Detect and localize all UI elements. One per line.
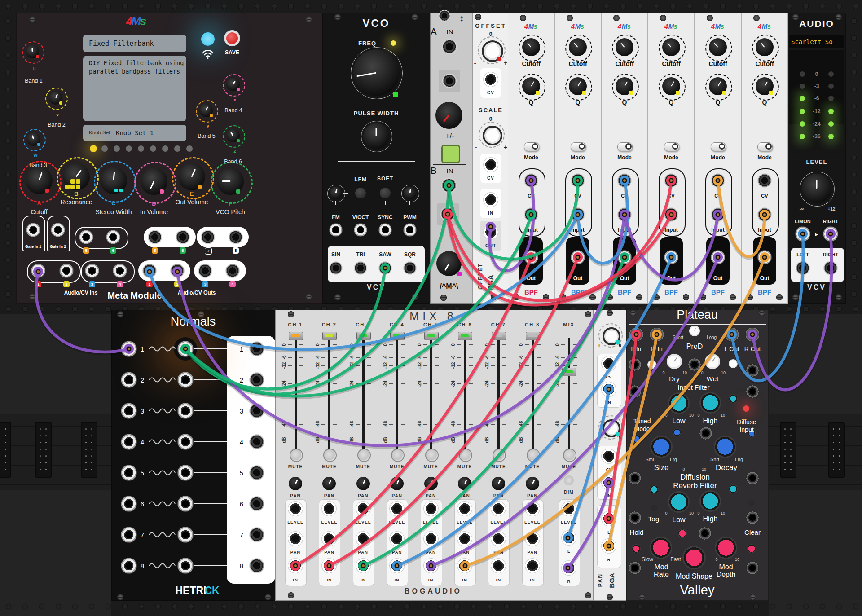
jack[interactable] bbox=[746, 561, 759, 575]
bpf-cv-input[interactable] bbox=[711, 173, 725, 188]
reverb-low-cv-knob[interactable] bbox=[650, 485, 659, 494]
pan-output-right[interactable] bbox=[601, 538, 616, 554]
jack[interactable] bbox=[79, 230, 93, 244]
normals-input-6[interactable] bbox=[121, 496, 137, 512]
jack[interactable] bbox=[628, 471, 642, 485]
audio-output-left[interactable] bbox=[796, 261, 810, 275]
lfm-button[interactable] bbox=[355, 188, 366, 198]
jack[interactable] bbox=[628, 561, 642, 575]
normals-output-3[interactable] bbox=[249, 403, 264, 418]
normals-input-4[interactable] bbox=[121, 434, 137, 450]
jack[interactable] bbox=[699, 427, 712, 440]
normals-input-7[interactable] bbox=[121, 527, 137, 543]
jack[interactable] bbox=[628, 358, 642, 371]
mod-rate-knob[interactable] bbox=[650, 537, 672, 559]
jack[interactable] bbox=[176, 230, 190, 244]
jack[interactable] bbox=[148, 230, 162, 244]
mode-switch[interactable] bbox=[711, 142, 726, 151]
channel-input[interactable] bbox=[356, 558, 371, 573]
soft-button[interactable] bbox=[380, 188, 391, 198]
fader-handle[interactable] bbox=[356, 332, 371, 340]
jack[interactable] bbox=[225, 264, 240, 278]
jack[interactable] bbox=[628, 385, 642, 398]
jack[interactable] bbox=[746, 385, 759, 398]
normals-source-3[interactable] bbox=[177, 403, 194, 419]
normals-source-4[interactable] bbox=[177, 434, 194, 450]
bpf-signal-input[interactable] bbox=[571, 207, 585, 222]
jack[interactable] bbox=[201, 230, 215, 244]
mode-switch[interactable] bbox=[664, 142, 679, 151]
reverb-high-cv-knob[interactable] bbox=[729, 484, 738, 493]
bpf-output[interactable] bbox=[571, 250, 585, 264]
jack[interactable] bbox=[698, 527, 712, 540]
pan-cv-input[interactable] bbox=[356, 531, 371, 546]
pan-cv-input[interactable] bbox=[423, 531, 439, 546]
pan-knob[interactable] bbox=[526, 477, 539, 490]
normals-source-5[interactable] bbox=[177, 465, 194, 481]
jack[interactable] bbox=[198, 264, 212, 278]
filter-cv-knob[interactable] bbox=[729, 394, 738, 403]
audio-output-right[interactable] bbox=[823, 261, 838, 275]
mix-output-right[interactable] bbox=[561, 560, 576, 576]
tog-button[interactable] bbox=[651, 505, 657, 511]
bpf-output[interactable] bbox=[524, 250, 538, 264]
normals-output-6[interactable] bbox=[249, 496, 264, 511]
pan-2-input[interactable] bbox=[601, 475, 616, 490]
normals-input-1[interactable] bbox=[121, 341, 137, 357]
bpf-signal-input[interactable] bbox=[617, 207, 632, 222]
jack[interactable] bbox=[442, 74, 457, 88]
pan-cv-input[interactable] bbox=[525, 531, 540, 546]
channel-input[interactable] bbox=[288, 558, 303, 573]
pan-1-cv-input[interactable] bbox=[601, 356, 616, 371]
level-cv-input[interactable] bbox=[356, 501, 371, 516]
normals-source-6[interactable] bbox=[177, 496, 194, 512]
reverb-low-cut-knob[interactable] bbox=[668, 491, 690, 513]
offset-output[interactable] bbox=[483, 224, 498, 240]
channel-input[interactable] bbox=[389, 558, 405, 573]
normals-output-7[interactable] bbox=[249, 527, 264, 542]
level-cv-input[interactable] bbox=[561, 501, 576, 516]
dry-knob[interactable] bbox=[667, 354, 682, 369]
bpf-signal-input[interactable] bbox=[757, 207, 772, 222]
bpf-signal-input[interactable] bbox=[524, 207, 538, 222]
predelay-knob[interactable] bbox=[689, 326, 700, 336]
level-cv-input[interactable] bbox=[525, 501, 540, 516]
normals-source-1[interactable] bbox=[177, 341, 194, 357]
offset-input[interactable] bbox=[483, 192, 498, 207]
bpf-cv-input[interactable] bbox=[664, 173, 678, 188]
scale-cv-input[interactable] bbox=[483, 157, 498, 172]
level-cv-input[interactable] bbox=[288, 501, 303, 516]
top-jack[interactable] bbox=[439, 10, 450, 22]
bpf-cv-input[interactable] bbox=[524, 173, 538, 188]
bpf-cv-input[interactable] bbox=[617, 173, 632, 188]
reverb-left-output[interactable] bbox=[724, 327, 739, 342]
bpf-cv-input[interactable] bbox=[757, 173, 772, 188]
pan-knob[interactable] bbox=[356, 477, 370, 490]
normals-source-8[interactable] bbox=[177, 558, 194, 574]
fader-handle[interactable] bbox=[526, 332, 540, 340]
jack[interactable] bbox=[85, 264, 99, 278]
normals-source-7[interactable] bbox=[177, 527, 194, 543]
vco-tri-output[interactable] bbox=[354, 261, 367, 275]
pan-output-left[interactable] bbox=[601, 511, 616, 526]
normals-input-2[interactable] bbox=[121, 372, 137, 388]
input-low-cut-knob[interactable] bbox=[668, 392, 690, 414]
normals-output-2[interactable] bbox=[249, 372, 264, 387]
fader-handle[interactable] bbox=[492, 332, 506, 340]
mod-depth-knob[interactable] bbox=[715, 537, 737, 559]
pan-cv-input[interactable] bbox=[389, 531, 405, 546]
bpf-output[interactable] bbox=[617, 250, 632, 264]
jack[interactable] bbox=[113, 264, 127, 278]
gate-in-1[interactable] bbox=[26, 223, 40, 237]
attenuverter-knob[interactable] bbox=[435, 102, 462, 129]
reverb-high-cut-knob[interactable] bbox=[699, 490, 721, 512]
jack[interactable] bbox=[628, 511, 642, 524]
vco-pwm-input[interactable] bbox=[403, 223, 417, 237]
jack[interactable] bbox=[106, 230, 120, 244]
polarity-button[interactable] bbox=[441, 145, 460, 163]
mod-depth-cv-knob[interactable] bbox=[747, 544, 756, 553]
vco-sin-output[interactable] bbox=[329, 261, 343, 275]
jack[interactable] bbox=[59, 264, 74, 278]
reverb-left-input[interactable] bbox=[629, 327, 644, 342]
reverb-right-input[interactable] bbox=[649, 327, 664, 342]
